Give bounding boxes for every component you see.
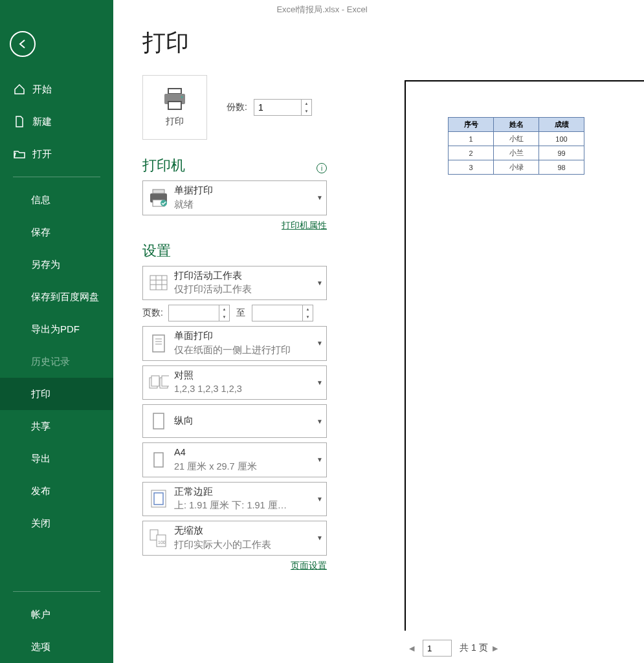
single-sided-icon: [143, 330, 174, 357]
copies-spinner[interactable]: ▲ ▼: [254, 99, 312, 116]
page-setup-link[interactable]: 页面设置: [291, 561, 327, 571]
home-icon: [13, 83, 26, 96]
next-page-button[interactable]: ▶: [488, 641, 502, 655]
sidebar-item-save-baidu[interactable]: 保存到百度网盘: [0, 281, 113, 313]
chevron-down-icon: ▼: [313, 340, 326, 347]
arrow-left-icon: [16, 38, 29, 50]
preview-table: 序号姓名成绩 1小红1002小兰993小绿98: [448, 117, 584, 175]
chevron-down-icon: ▼: [313, 379, 326, 386]
page-navigation: ◀ 共 1 页 ▶: [405, 640, 502, 657]
table-header: 姓名: [494, 118, 539, 132]
chevron-down-icon: ▼: [313, 456, 326, 463]
sidebar-item-share[interactable]: 共享: [0, 410, 113, 442]
divider: [13, 177, 100, 177]
print-preview: 序号姓名成绩 1小红1002小兰993小绿98: [405, 80, 644, 631]
copies-input[interactable]: [254, 102, 301, 113]
orientation-select[interactable]: 纵向 ▼: [142, 404, 327, 438]
sidebar-item-options[interactable]: 选项: [0, 631, 113, 663]
pages-to-input[interactable]: [252, 305, 302, 321]
sidebar-item-export[interactable]: 导出: [0, 442, 113, 475]
pages-to-spinner[interactable]: ▲▼: [252, 305, 313, 321]
svg-text:100: 100: [158, 540, 166, 545]
sidebar-item-history: 历史记录: [0, 345, 113, 378]
page-total-label: 共 1 页: [460, 642, 488, 654]
divider: [13, 591, 100, 592]
margins-select[interactable]: 正常边距 上: 1.91 厘米 下: 1.91 厘… ▼: [142, 482, 327, 517]
collate-select[interactable]: 对照 1,2,3 1,2,3 1,2,3 ▼: [142, 365, 327, 400]
paper-select[interactable]: A4 21 厘米 x 29.7 厘米 ▼: [142, 442, 327, 477]
sidebar-item-info[interactable]: 信息: [0, 184, 113, 216]
printer-select[interactable]: 单据打印 就绪 ▼: [142, 180, 327, 215]
sidebar-item-publish[interactable]: 发布: [0, 475, 113, 507]
chevron-down-icon: ▼: [313, 194, 326, 201]
printer-icon: [162, 87, 188, 111]
svg-rect-20: [162, 376, 169, 386]
sidebar-item-label: 打开: [32, 148, 52, 160]
pages-from-input[interactable]: [169, 305, 219, 321]
printer-section-title: 打印机: [142, 156, 185, 175]
paper-size-icon: [143, 446, 174, 473]
spinner-down-icon[interactable]: ▼: [303, 313, 313, 321]
print-scope-select[interactable]: 打印活动工作表 仅打印活动工作表 ▼: [142, 266, 327, 301]
printer-status: 就绪: [174, 198, 313, 212]
sidebar-item-export-pdf[interactable]: 导出为PDF: [0, 313, 113, 345]
svg-rect-8: [150, 276, 167, 290]
portrait-icon: [143, 408, 174, 435]
svg-rect-22: [154, 453, 163, 467]
sidebar: 开始 新建 打开 信息 保存 另存为 保存到百度网盘 导出为PDF 历史记录 打…: [0, 0, 113, 663]
svg-rect-0: [168, 89, 181, 94]
spinner-up-icon[interactable]: ▲: [302, 100, 311, 107]
chevron-down-icon: ▼: [313, 418, 326, 425]
table-row: 2小兰99: [449, 146, 584, 160]
table-header: 序号: [449, 118, 494, 132]
svg-rect-21: [153, 413, 164, 429]
printer-name: 单据打印: [174, 184, 313, 198]
scaling-icon: 100: [143, 525, 174, 552]
print-button-label: 打印: [166, 116, 184, 127]
sidebar-item-label: 开始: [32, 83, 52, 96]
spinner-down-icon[interactable]: ▼: [219, 313, 229, 321]
printer-ready-icon: [143, 184, 174, 212]
sided-select[interactable]: 单面打印 仅在纸面的一侧上进行打印 ▼: [142, 326, 327, 361]
current-page-input[interactable]: [423, 640, 452, 657]
margins-icon: [143, 485, 174, 512]
table-row: 3小绿98: [449, 160, 584, 175]
info-icon[interactable]: i: [316, 163, 327, 173]
printer-properties-link[interactable]: 打印机属性: [282, 221, 327, 230]
pages-to-label: 至: [236, 307, 245, 319]
sidebar-item-label: 新建: [32, 116, 52, 128]
svg-rect-24: [154, 493, 163, 505]
table-header: 成绩: [539, 118, 584, 132]
chevron-down-icon: ▼: [313, 495, 326, 503]
prev-page-button[interactable]: ◀: [405, 641, 419, 655]
svg-rect-19: [151, 376, 159, 386]
page-title: 打印: [142, 27, 644, 59]
svg-rect-5: [153, 190, 164, 193]
chevron-down-icon: ▼: [313, 534, 326, 541]
sidebar-item-open[interactable]: 打开: [0, 138, 113, 170]
pages-label: 页数:: [142, 307, 163, 319]
sidebar-item-close[interactable]: 关闭: [0, 507, 113, 539]
spinner-up-icon[interactable]: ▲: [303, 305, 313, 313]
spinner-down-icon[interactable]: ▼: [302, 107, 311, 115]
sidebar-item-new[interactable]: 新建: [0, 105, 113, 138]
print-button[interactable]: 打印: [142, 75, 207, 140]
chevron-down-icon: ▼: [313, 279, 326, 287]
svg-point-3: [181, 96, 183, 98]
table-row: 1小红100: [449, 132, 584, 146]
back-button[interactable]: [10, 31, 36, 57]
copies-label: 份数:: [227, 102, 247, 113]
sidebar-item-account[interactable]: 帐户: [0, 598, 113, 631]
collate-icon: [143, 369, 174, 396]
sidebar-item-home[interactable]: 开始: [0, 73, 113, 105]
file-icon: [13, 115, 26, 128]
pages-from-spinner[interactable]: ▲▼: [168, 305, 230, 321]
sidebar-item-print[interactable]: 打印: [0, 378, 113, 410]
svg-rect-2: [168, 102, 181, 109]
scaling-select[interactable]: 100 无缩放 打印实际大小的工作表 ▼: [142, 521, 327, 556]
sidebar-item-save[interactable]: 保存: [0, 216, 113, 248]
spinner-up-icon[interactable]: ▲: [219, 305, 229, 313]
folder-open-icon: [13, 147, 26, 160]
sidebar-item-saveas[interactable]: 另存为: [0, 248, 113, 281]
worksheet-icon: [143, 269, 174, 296]
